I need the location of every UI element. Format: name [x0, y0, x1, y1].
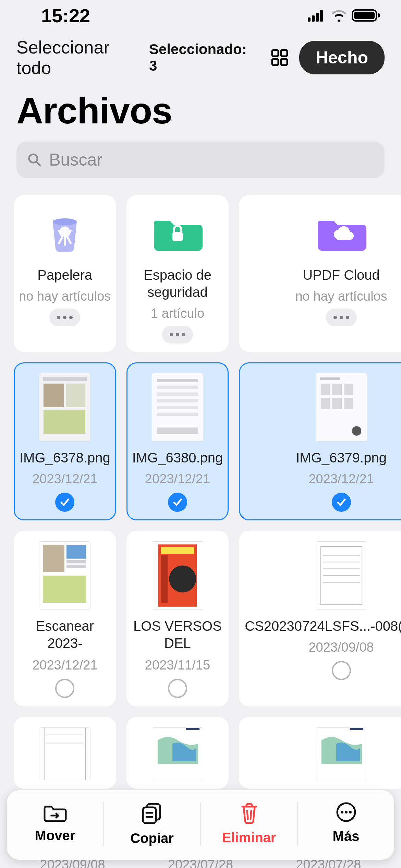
file-name: IMG_6379.png [294, 449, 388, 466]
svg-rect-62 [350, 727, 363, 730]
done-button[interactable]: Hecho [299, 41, 385, 74]
more-icon [336, 802, 356, 822]
delete-button[interactable]: Eliminar [200, 802, 297, 846]
action-label: Más [333, 829, 360, 844]
trash-icon [239, 802, 259, 824]
svg-line-68 [251, 811, 251, 819]
check-icon [336, 497, 347, 508]
selection-checkbox[interactable] [168, 493, 187, 512]
file-item[interactable] [126, 717, 229, 789]
file-thumbnail [316, 373, 367, 442]
copy-icon [141, 802, 163, 824]
more-button[interactable] [326, 309, 357, 326]
svg-rect-31 [332, 384, 342, 395]
search-bar[interactable] [16, 142, 385, 178]
svg-rect-7 [272, 50, 278, 56]
selection-checkbox[interactable] [332, 661, 351, 680]
selection-toolbar: Seleccionar todo Seleccionado: 3 Hecho [0, 31, 401, 78]
selection-count: Seleccionado: 3 [149, 41, 250, 74]
svg-point-70 [341, 811, 343, 813]
svg-rect-26 [157, 413, 198, 416]
search-input[interactable] [49, 150, 374, 170]
file-thumbnail [39, 541, 90, 610]
svg-rect-27 [157, 427, 198, 434]
svg-line-12 [36, 162, 40, 166]
file-name: IMG_6380.png [131, 449, 224, 466]
svg-rect-2 [316, 13, 319, 22]
file-item[interactable]: IMG_6378.png 2023/12/21 [14, 362, 116, 520]
svg-rect-55 [39, 727, 90, 780]
file-name: Escanear 2023-1...-30.pdf [18, 617, 112, 652]
file-date: 2023/11/15 [145, 658, 210, 673]
svg-rect-19 [44, 410, 85, 434]
svg-rect-39 [66, 545, 86, 558]
file-name: CS20230724LSFS...-008(1).pdf [243, 617, 401, 635]
svg-rect-34 [332, 398, 342, 409]
svg-rect-24 [157, 399, 198, 402]
folder-name: Papelera [36, 266, 94, 284]
svg-rect-33 [320, 398, 330, 409]
search-icon [27, 152, 41, 167]
select-all-button[interactable]: Seleccionar todo [16, 37, 139, 78]
copy-button[interactable]: Copiar [103, 802, 200, 846]
svg-point-71 [345, 811, 348, 813]
file-date: 2023/12/21 [32, 658, 97, 673]
system-folder-cloud[interactable]: UPDF Cloud no hay artículos [239, 195, 401, 352]
svg-rect-22 [157, 386, 198, 389]
action-label: Eliminar [222, 830, 276, 845]
folder-sub: no hay artículos [295, 289, 387, 304]
status-indicators [308, 9, 380, 22]
svg-point-72 [349, 811, 352, 813]
system-folder-trash[interactable]: Papelera no hay artículos [14, 195, 116, 352]
file-item[interactable] [239, 717, 401, 789]
svg-rect-40 [66, 560, 86, 564]
svg-rect-64 [143, 807, 156, 823]
file-item[interactable] [14, 717, 116, 789]
svg-rect-14 [172, 232, 183, 241]
file-thumbnail [152, 541, 203, 610]
svg-rect-3 [320, 10, 323, 22]
svg-line-67 [247, 811, 248, 819]
svg-rect-9 [272, 59, 278, 65]
more-button[interactable] [162, 326, 193, 343]
selection-checkbox[interactable] [55, 679, 74, 698]
file-item[interactable]: Escanear 2023-1...-30.pdf 2023/12/21 [14, 531, 116, 707]
cellular-icon [308, 9, 326, 22]
svg-rect-21 [157, 379, 198, 382]
action-bar: Mover Copiar Eliminar Más [7, 790, 394, 860]
wifi-icon [331, 9, 347, 22]
svg-point-36 [352, 426, 361, 436]
move-button[interactable]: Mover [7, 802, 103, 846]
svg-rect-35 [343, 398, 353, 409]
selection-checkbox[interactable] [168, 679, 187, 698]
status-bar: 15:22 [0, 0, 401, 31]
file-item[interactable]: IMG_6380.png 2023/12/21 [126, 362, 229, 520]
file-item[interactable]: LOS VERSOS DEL CA...AN.pdf 2023/11/15 [126, 531, 229, 707]
svg-rect-17 [44, 384, 64, 407]
lock-folder-icon [152, 212, 203, 253]
action-label: Copiar [130, 831, 174, 846]
file-item[interactable]: IMG_6379.png 2023/12/21 [239, 362, 401, 520]
trash-icon [42, 210, 87, 255]
battery-icon [352, 9, 380, 22]
check-icon [59, 497, 70, 508]
system-folder-security[interactable]: Espacio de seguridad 1 artículo [126, 195, 229, 352]
svg-rect-41 [66, 565, 86, 568]
more-button[interactable] [49, 309, 80, 326]
selection-checkbox[interactable] [332, 493, 351, 512]
view-toggle-button[interactable] [271, 48, 289, 68]
svg-rect-0 [308, 17, 311, 22]
selection-checkbox[interactable] [55, 493, 74, 512]
more-actions-button[interactable]: Más [297, 802, 394, 846]
svg-rect-8 [281, 50, 287, 56]
page-title: Archivos [0, 78, 401, 142]
folder-name: Espacio de seguridad [131, 266, 224, 301]
file-thumbnail [152, 727, 203, 780]
svg-rect-23 [157, 393, 198, 396]
file-item[interactable]: CS20230724LSFS...-008(1).pdf 2023/09/08 [239, 531, 401, 707]
cloud-folder-icon [316, 212, 367, 253]
svg-rect-45 [161, 547, 194, 554]
file-thumbnail [39, 727, 90, 780]
status-time: 15:22 [41, 4, 90, 27]
svg-point-46 [169, 565, 196, 592]
